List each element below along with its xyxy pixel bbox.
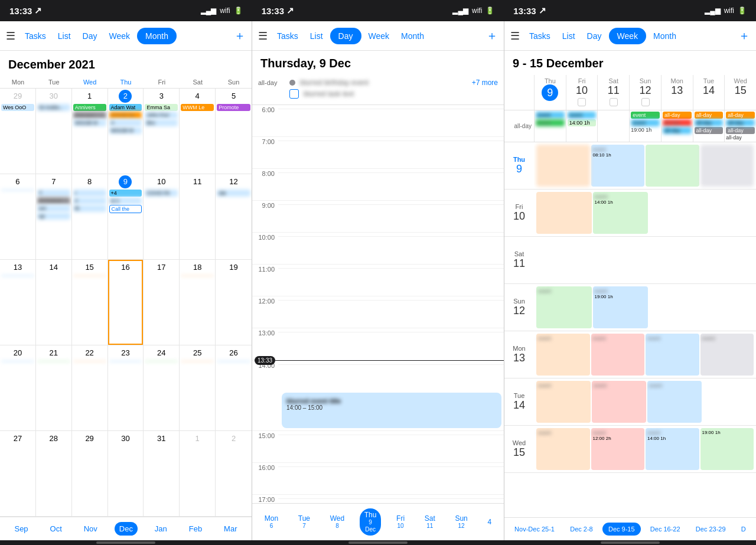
day-cell-dec23[interactable]: 23: [108, 345, 144, 430]
day-cell-dec30[interactable]: 30: [108, 431, 144, 516]
week-col-wed[interactable]: Wed 15: [724, 75, 756, 110]
week-col-mon[interactable]: Mon 13: [661, 75, 693, 110]
day-cell-dec7[interactable]: 7 T Al Podcal oct up: [36, 174, 72, 259]
day-cell-dec3[interactable]: 3 Emma Sa John Fox' Bro: [144, 89, 180, 174]
day-cell-dec20[interactable]: 20: [0, 345, 36, 430]
week-pill-d[interactable]: D: [735, 523, 752, 536]
week-pill-nov-dec[interactable]: Nov-Dec 25-1: [509, 523, 561, 536]
day-cell-dec9[interactable]: 9 +4 w o Call the: [108, 174, 144, 259]
nav-list-day[interactable]: List: [305, 28, 328, 44]
day-cell-dec28[interactable]: 28: [36, 431, 72, 516]
time-slot-15: 15:00: [252, 431, 504, 463]
nav-month-month[interactable]: Month: [137, 28, 177, 44]
add-icon-week[interactable]: ＋: [738, 28, 750, 44]
day-cell-dec25[interactable]: 25: [180, 345, 216, 430]
nav-week-month[interactable]: Week: [105, 28, 135, 44]
menu-icon-week[interactable]: ☰: [510, 30, 520, 43]
day-cell-dec17[interactable]: 17: [144, 260, 180, 345]
nav-month-day[interactable]: Month: [396, 28, 429, 44]
day-cell-dec19[interactable]: 19: [216, 260, 252, 345]
nav-tasks-day[interactable]: Tasks: [272, 28, 303, 44]
month-dec[interactable]: Dec: [115, 522, 138, 536]
day-cell-dec16[interactable]: 16: [108, 260, 144, 345]
day-cell-dec27[interactable]: 27: [0, 431, 36, 516]
day-cell-dec1[interactable]: 1 Annivers Gas guv WGGB M: [72, 89, 108, 174]
wifi-icon-3: wifi: [724, 6, 734, 15]
nav-tasks-week[interactable]: Tasks: [524, 28, 555, 44]
day-cell-dec5[interactable]: 5 Promote: [216, 89, 252, 174]
signal-icon-3: ▂▄▆: [705, 6, 721, 15]
day-cell-dec26[interactable]: 26: [216, 345, 252, 430]
month-oct[interactable]: Oct: [45, 522, 67, 536]
day-header-mon: Mon: [0, 76, 36, 88]
week-col-fri[interactable]: Fri 10: [566, 75, 598, 110]
month-jan[interactable]: Jan: [150, 522, 172, 536]
panels-container: ☰ Tasks List Day Week Month ＋ December 2…: [0, 21, 756, 540]
day-cell-dec15[interactable]: 15: [72, 260, 108, 345]
day-cell-dec4[interactable]: 4 WWM Le: [180, 89, 216, 174]
day-cell-dec21[interactable]: 21: [36, 345, 72, 430]
nav-list-week[interactable]: List: [558, 28, 580, 44]
nav-month-week[interactable]: Month: [649, 28, 681, 44]
day-cell-dec22[interactable]: 22: [72, 345, 108, 430]
month-mar[interactable]: Mar: [219, 522, 242, 536]
day-cell-dec24[interactable]: 24: [144, 345, 180, 430]
time-slot-16: 16:00: [252, 463, 504, 495]
day-cell-dec18[interactable]: 18: [180, 260, 216, 345]
week-pill-dec16-22[interactable]: Dec 16-22: [644, 523, 686, 536]
day-cell-dec14[interactable]: 14: [36, 260, 72, 345]
nav-list-month[interactable]: List: [53, 28, 76, 44]
month-sep[interactable]: Sep: [9, 522, 32, 536]
week-pill-dec23-29[interactable]: Dec 23-29: [690, 523, 732, 536]
all-day-event-1[interactable]: blurred birthday event: [300, 79, 467, 87]
week-col-sat[interactable]: Sat 11: [597, 75, 629, 110]
all-day-checkbox[interactable]: [289, 89, 299, 99]
day-cell-nov29[interactable]: 29 Wes OoO: [0, 89, 36, 174]
all-day-check-event[interactable]: blurred task text: [304, 90, 498, 98]
month-header: December 2021: [0, 51, 252, 76]
day-scroll-mon6[interactable]: Mon6: [260, 512, 283, 532]
day-cell-dec31[interactable]: 31: [144, 431, 180, 516]
week-grid-scroll[interactable]: event 08:10 1h event 14:00 1h: [534, 142, 756, 517]
day-cell-jan1[interactable]: 1: [180, 431, 216, 516]
day-scroll-wed8[interactable]: Wed8: [325, 512, 349, 532]
day-cell-dec2[interactable]: 2 Adam Wat COVID bo A WGGB M: [108, 89, 144, 174]
week-col-tue[interactable]: Tue 14: [693, 75, 725, 110]
day-cell-dec10[interactable]: 10 COVD Fit: [144, 174, 180, 259]
time-grid[interactable]: 6:00 7:00 8:00 9:00 10:00 11:00: [252, 105, 504, 503]
month-nov[interactable]: Nov: [79, 522, 102, 536]
nav-week-week[interactable]: Week: [609, 28, 647, 44]
day-scroll-fri10[interactable]: Fri10: [392, 512, 409, 532]
day-cell-nov30[interactable]: 30 St Andre...: [36, 89, 72, 174]
day-cell-dec6[interactable]: 6: [0, 174, 36, 259]
day-headers: Mon Tue Wed Thu Fri Sat Sun: [0, 76, 252, 89]
time-slot-10: 10:00: [252, 233, 504, 265]
add-icon-day[interactable]: ＋: [486, 28, 498, 44]
day-cell-dec8[interactable]: 8 I 2 th: [72, 174, 108, 259]
day-scroll-thu9[interactable]: Thu9Dec: [360, 508, 382, 536]
nav-week-day[interactable]: Week: [364, 28, 395, 44]
day-scroll-4[interactable]: 4: [483, 515, 496, 528]
nav-day-month[interactable]: Day: [78, 28, 102, 44]
nav-day-week[interactable]: Day: [582, 28, 607, 44]
week-pill-dec9-15[interactable]: Dec 9-15: [602, 523, 641, 536]
week-pill-dec28[interactable]: Dec 2-8: [564, 523, 599, 536]
nav-tasks-month[interactable]: Tasks: [20, 28, 51, 44]
day-cell-dec13[interactable]: 13: [0, 260, 36, 345]
month-feb[interactable]: Feb: [184, 522, 207, 536]
day-cell-dec29[interactable]: 29: [72, 431, 108, 516]
menu-icon-month[interactable]: ☰: [6, 30, 15, 43]
week-col-thu[interactable]: Thu 9: [534, 75, 566, 110]
add-icon-month[interactable]: ＋: [234, 28, 246, 44]
week-col-sun[interactable]: Sun 12: [629, 75, 661, 110]
day-scroll-sat11[interactable]: Sat11: [420, 512, 440, 532]
menu-icon-day[interactable]: ☰: [258, 30, 268, 43]
day-cell-jan2[interactable]: 2: [216, 431, 252, 516]
nav-day-day[interactable]: Day: [330, 28, 361, 44]
day-scroll-tue7[interactable]: Tue7: [294, 512, 315, 532]
more-badge[interactable]: +7 more: [472, 79, 498, 87]
day-scroll-sun12[interactable]: Sun12: [450, 512, 472, 532]
day-cell-dec11[interactable]: 11: [180, 174, 216, 259]
day-event-block[interactable]: blurred event title 14:00 – 15:00: [282, 393, 501, 428]
day-cell-dec12[interactable]: 12 ote: [216, 174, 252, 259]
